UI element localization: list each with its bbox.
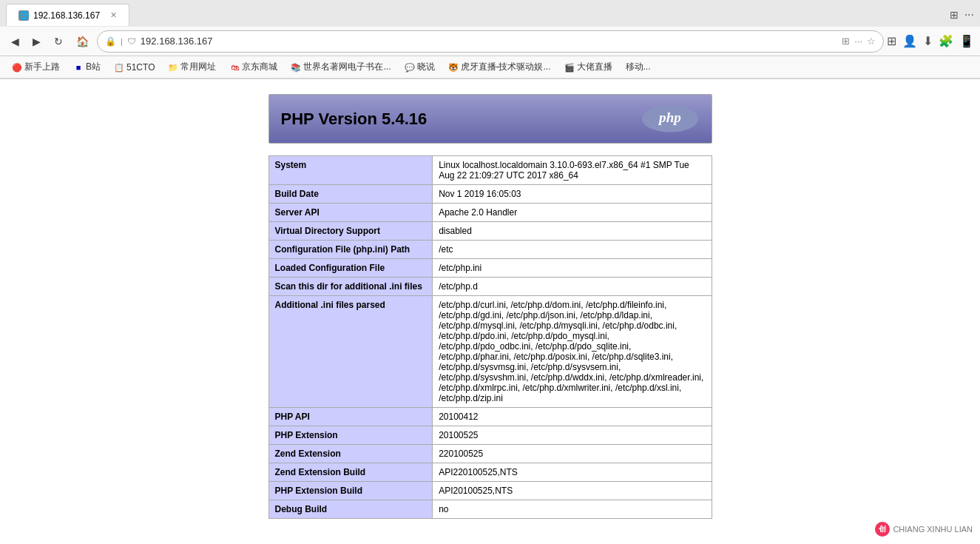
phpinfo-title: PHP Version 5.4.16: [281, 110, 428, 129]
bookmark-home-icon: 🔴: [12, 62, 22, 73]
home-button[interactable]: 🏠: [71, 33, 94, 50]
phpinfo-table-wrap: SystemLinux localhost.localdomain 3.10.0…: [268, 155, 712, 519]
php-logo: php: [641, 102, 700, 135]
bookmark-huya-icon: 🐯: [448, 62, 459, 73]
bookmarks-bar: 🔴 新手上路 ■ B站 📋 51CTO 📁 常用网址 🛍 京东商城 📚 世界名著…: [0, 56, 980, 78]
table-row: Additional .ini files parsed/etc/php.d/c…: [268, 296, 712, 408]
nav-bar: ◀ ▶ ↻ 🏠 🔒 | 🛡 192.168.136.167 ⊞ ··· ☆ ⊞ …: [0, 27, 980, 56]
bookmark-51cto-icon: 📋: [114, 62, 124, 73]
row-label: PHP API: [268, 408, 433, 426]
url-display[interactable]: 192.168.136.167: [141, 36, 837, 47]
watermark-logo: 创: [875, 522, 890, 534]
bookmark-common-icon: 📁: [168, 62, 178, 73]
refresh-button[interactable]: ↻: [49, 33, 68, 50]
account-icon[interactable]: 👤: [902, 34, 917, 48]
row-label: Loaded Configuration File: [268, 259, 433, 278]
table-row: Scan this dir for additional .ini files/…: [268, 278, 712, 296]
bookmark-item-common[interactable]: 📁 常用网址: [162, 59, 222, 75]
forward-button[interactable]: ▶: [27, 33, 46, 50]
active-tab[interactable]: 🌐 192.168.136.167 ✕: [6, 4, 129, 26]
row-label: Configuration File (php.ini) Path: [268, 241, 433, 259]
row-label: Zend Extension: [268, 445, 433, 463]
table-row: Server APIApache 2.0 Handler: [268, 204, 712, 222]
table-row: PHP API20100412: [268, 408, 712, 426]
http-indicator: |: [121, 37, 123, 46]
table-row: Zend Extension BuildAPI220100525,NTS: [268, 463, 712, 482]
bookmark-item-bilibili[interactable]: ■ B站: [67, 59, 107, 75]
row-value: API220100525,NTS: [433, 463, 712, 482]
row-value: 20100412: [433, 408, 712, 426]
nav-right-icons: ⊞ 👤 ⬇ 🧩 📱: [887, 34, 974, 48]
row-label: Build Date: [268, 185, 433, 204]
row-value: Linux localhost.localdomain 3.10.0-693.e…: [433, 156, 712, 185]
mobile-icon[interactable]: 📱: [959, 34, 974, 48]
bookmark-dalao-label: 大佬直播: [577, 61, 612, 73]
address-bar-actions: ⊞ ··· ☆: [842, 36, 876, 47]
row-value: disabled: [433, 222, 712, 241]
table-row: PHP Extension20100525: [268, 426, 712, 445]
more-options-icon[interactable]: ···: [854, 36, 862, 47]
bookmark-item-51cto[interactable]: 📋 51CTO: [108, 61, 160, 74]
table-row: PHP Extension BuildAPI20100525,NTS: [268, 482, 712, 500]
bookmark-bilibili-icon: ■: [73, 62, 84, 73]
row-value: API20100525,NTS: [433, 482, 712, 500]
browser-menu-icon[interactable]: ···: [964, 8, 974, 21]
downloads-icon[interactable]: ⬇: [923, 34, 933, 48]
table-row: Zend Extension220100525: [268, 445, 712, 463]
bookmark-item-jd[interactable]: 🛍 京东商城: [223, 59, 283, 75]
bookmark-item-dalao[interactable]: 🎬 大佬直播: [558, 59, 618, 75]
bookmark-mobile-label: 移动...: [626, 61, 651, 73]
bookmark-dalao-icon: 🎬: [564, 62, 575, 73]
row-value: 20100525: [433, 426, 712, 445]
bookmark-51cto-label: 51CTO: [126, 62, 155, 73]
watermark-text: CHIANG XINHU LIAN: [893, 525, 973, 534]
shield-icon: 🛡: [127, 36, 136, 47]
page-content: PHP Version 5.4.16 php SystemLinux local…: [0, 79, 980, 534]
bookmark-xiaoshuo-label: 晓说: [417, 61, 435, 73]
row-value: /etc/php.d/curl.ini, /etc/php.d/dom.ini,…: [433, 296, 712, 408]
watermark: 创 CHIANG XINHU LIAN: [875, 522, 973, 534]
row-value: no: [433, 500, 712, 519]
table-row: SystemLinux localhost.localdomain 3.10.0…: [268, 156, 712, 185]
bookmark-common-label: 常用网址: [180, 61, 216, 73]
table-row: Loaded Configuration File/etc/php.ini: [268, 259, 712, 278]
address-bar[interactable]: 🔒 | 🛡 192.168.136.167 ⊞ ··· ☆: [97, 30, 884, 53]
table-row: Virtual Directory Supportdisabled: [268, 222, 712, 241]
extensions-icon[interactable]: 🧩: [939, 34, 953, 48]
tab-close-icon[interactable]: ✕: [110, 10, 117, 20]
bookmark-jd-label: 京东商城: [242, 61, 277, 73]
bookmark-item-books[interactable]: 📚 世界名著网电子书在...: [285, 59, 396, 75]
bookmark-xiaoshuo-icon: 💬: [405, 62, 415, 73]
row-value: /etc/php.ini: [433, 259, 712, 278]
phpinfo-header: PHP Version 5.4.16 php: [268, 94, 712, 144]
row-label: System: [268, 156, 433, 185]
synced-tabs-icon[interactable]: ⊞: [950, 9, 959, 21]
row-label: Zend Extension Build: [268, 463, 433, 482]
tab-favicon: 🌐: [18, 10, 29, 21]
table-row: Debug Buildno: [268, 500, 712, 519]
bookmark-item-xiaoshuo[interactable]: 💬 晓说: [399, 59, 441, 75]
collection-icon[interactable]: ⊞: [887, 34, 896, 48]
row-label: Additional .ini files parsed: [268, 296, 433, 408]
bookmark-books-label: 世界名著网电子书在...: [303, 61, 391, 73]
row-label: Scan this dir for additional .ini files: [268, 278, 433, 296]
tab-bar: 🌐 192.168.136.167 ✕ ⊞ ···: [0, 0, 980, 27]
row-label: Debug Build: [268, 500, 433, 519]
tab-title: 192.168.136.167: [33, 10, 100, 21]
row-label: Virtual Directory Support: [268, 222, 433, 241]
security-lock-icon: 🔒: [105, 36, 116, 47]
phpinfo-table: SystemLinux localhost.localdomain 3.10.0…: [268, 155, 712, 519]
bookmark-huya-label: 虎牙直播-技术驱动娱...: [461, 61, 551, 73]
qr-code-icon[interactable]: ⊞: [842, 36, 850, 47]
table-row: Configuration File (php.ini) Path/etc: [268, 241, 712, 259]
bookmark-home-label: 新手上路: [24, 61, 60, 73]
svg-text:php: php: [658, 110, 681, 125]
back-button[interactable]: ◀: [6, 33, 24, 50]
bookmark-star-icon[interactable]: ☆: [867, 36, 876, 47]
row-value: 220100525: [433, 445, 712, 463]
bookmark-item-home[interactable]: 🔴 新手上路: [6, 59, 66, 75]
tab-icons-right: ⊞ ···: [950, 8, 974, 21]
row-label: Server API: [268, 204, 433, 222]
bookmark-item-huya[interactable]: 🐯 虎牙直播-技术驱动娱...: [442, 59, 557, 75]
bookmark-item-mobile[interactable]: 移动...: [620, 59, 657, 75]
